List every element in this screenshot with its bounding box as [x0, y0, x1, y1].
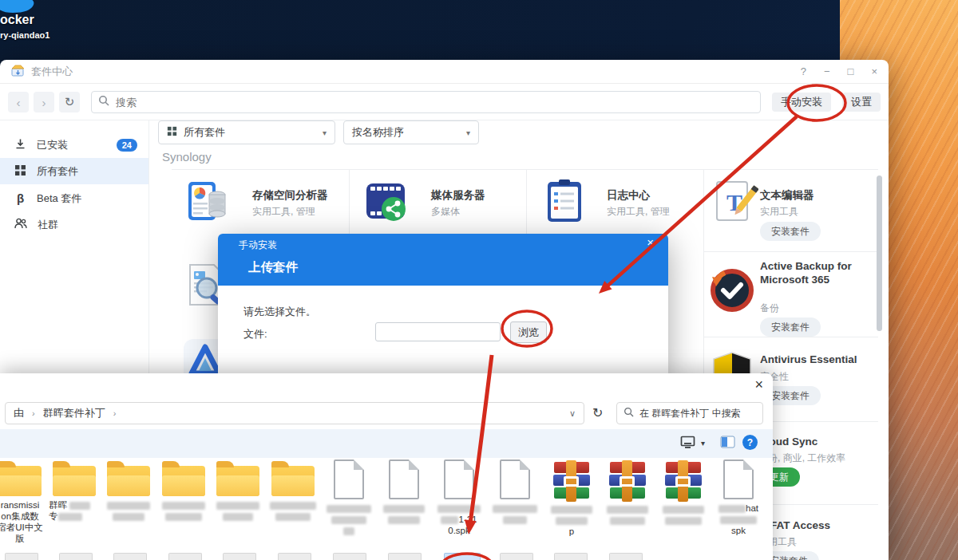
preview-pane-icon[interactable] — [720, 436, 735, 452]
file-item[interactable] — [5, 553, 38, 560]
package-title[interactable]: Active Backup for Microsoft 365 — [760, 259, 878, 286]
document-icon — [723, 459, 754, 499]
sidebar-item-installed[interactable]: 已安装 24 — [0, 132, 148, 158]
breadcrumb-folder[interactable]: 群晖套件补丁 — [43, 406, 105, 420]
file-item[interactable] — [374, 458, 434, 525]
package-title[interactable]: Antivirus Essential — [760, 353, 888, 366]
forward-button[interactable]: › — [34, 92, 54, 112]
dialog-header: 手动安装 × 上传套件 — [218, 234, 668, 286]
settings-button[interactable]: 设置 — [842, 93, 881, 112]
refresh-button[interactable]: ↻ — [59, 92, 80, 112]
file-field-label: 文件: — [243, 327, 267, 341]
sidebar-item-beta[interactable]: β Beta 套件 — [0, 185, 148, 211]
breadcrumb-root[interactable]: 由 — [14, 406, 24, 420]
file-item[interactable] — [278, 553, 311, 560]
package-category: 实用工具, 管理 — [607, 205, 670, 219]
category-dropdown-value: 所有套件 — [184, 125, 225, 140]
archive-item[interactable] — [597, 459, 658, 526]
folder-item[interactable] — [153, 459, 214, 522]
active-backup-icon[interactable] — [707, 266, 755, 317]
explorer-search-box[interactable]: 在 群晖套件补丁 中搜索 — [616, 402, 763, 424]
view-mode-icon[interactable] — [680, 436, 695, 453]
chevron-right-icon: › — [32, 408, 35, 418]
scrollbar-thumb[interactable] — [877, 175, 882, 331]
file-item[interactable] — [554, 553, 588, 560]
archive-item[interactable]: p — [541, 459, 602, 537]
file-item[interactable] — [59, 553, 93, 560]
package-title[interactable]: 媒体服务器 — [431, 188, 549, 202]
media-server-icon[interactable] — [363, 177, 411, 228]
folder-icon — [0, 466, 42, 496]
explorer-refresh-icon[interactable]: ↻ — [592, 405, 603, 420]
help-icon[interactable]: ? — [742, 435, 758, 450]
desktop-shortcut-qiandao-label[interactable]: ry-qiandao1 — [0, 30, 49, 40]
folder-item[interactable] — [208, 459, 268, 522]
file-item[interactable] — [609, 553, 643, 560]
file-item[interactable] — [500, 553, 533, 560]
sort-dropdown-value: 按名称排序 — [352, 125, 404, 140]
dialog-close-icon[interactable]: × — [647, 235, 654, 249]
address-bar[interactable]: 由 › 群晖套件补丁 › ∨ — [5, 402, 584, 424]
file-item[interactable] — [113, 553, 147, 560]
archive-item[interactable] — [653, 459, 714, 526]
folder-item[interactable]: ransmissi on集成数 宿者UI中文 版 — [0, 459, 50, 544]
package-center-toolbar: ‹ › ↻ 手动安装 设置 — [0, 85, 889, 120]
divider — [703, 251, 878, 252]
folder-item[interactable]: 群晖 专 — [44, 459, 105, 522]
desktop-shortcut-docker-label[interactable]: ocker — [0, 13, 34, 27]
dialog-step-heading: 上传套件 — [248, 259, 298, 276]
package-title[interactable]: 存储空间分析器 — [252, 188, 370, 202]
spk-file-name: spk — [731, 526, 746, 535]
folder-icon — [271, 466, 315, 496]
file-item[interactable] — [168, 553, 202, 560]
grid-icon — [14, 164, 26, 179]
sidebar-item-all-packages[interactable]: 所有套件 — [0, 158, 148, 184]
package-category: 多媒体 — [431, 205, 460, 219]
dialog-instruction: 请先选择文件。 — [243, 305, 316, 319]
package-title[interactable]: 文本编辑器 — [760, 188, 878, 202]
manual-install-button[interactable]: 手动安装 — [772, 93, 831, 112]
maximize-button[interactable]: □ — [848, 65, 854, 77]
explorer-file-area: ransmissi on集成数 宿者UI中文 版 群晖 专 — [0, 458, 773, 560]
file-item[interactable] — [223, 553, 256, 560]
sidebar-item-community[interactable]: 社群 — [0, 211, 148, 238]
address-dropdown-icon[interactable]: ∨ — [569, 408, 576, 419]
file-item-selected[interactable] — [444, 553, 481, 560]
file-item[interactable] — [388, 553, 422, 560]
install-button[interactable]: 安装套件 — [760, 222, 821, 241]
storage-analyzer-icon[interactable] — [182, 177, 230, 228]
spk-file-name: 0.spk — [448, 526, 470, 535]
file-item[interactable] — [333, 553, 366, 560]
file-path-input[interactable] — [375, 322, 501, 341]
package-search-input[interactable] — [114, 96, 754, 109]
category-dropdown[interactable]: 所有套件 ▾ — [158, 120, 335, 144]
package-category: 备份, 商业, 工作效率 — [758, 452, 886, 465]
minimize-button[interactable]: − — [824, 65, 830, 77]
document-icon — [444, 459, 474, 499]
log-center-icon[interactable] — [541, 177, 588, 228]
file-item-spk[interactable]: 1-21 0.spk — [429, 458, 489, 536]
folder-item[interactable] — [263, 459, 323, 522]
beta-icon: β — [14, 191, 26, 205]
sort-dropdown[interactable]: 按名称排序 ▾ — [343, 120, 479, 144]
file-item[interactable] — [485, 458, 545, 525]
package-title[interactable]: exFAT Access — [758, 519, 877, 532]
package-search-box[interactable] — [91, 91, 761, 113]
folder-item[interactable] — [98, 459, 159, 522]
text-editor-icon[interactable]: T — [711, 177, 758, 228]
people-icon — [14, 218, 27, 231]
install-button[interactable]: 安装套件 — [760, 317, 821, 337]
file-item-spk[interactable]: hat spk — [708, 458, 769, 536]
close-button[interactable]: × — [871, 65, 877, 77]
package-title[interactable]: 日志中心 — [607, 188, 725, 202]
dialog-title: 手动安装 — [239, 239, 277, 252]
browse-button[interactable]: 浏览 — [510, 321, 547, 343]
package-title[interactable]: Cloud Sync — [758, 435, 877, 448]
back-button[interactable]: ‹ — [8, 92, 29, 112]
explorer-close-icon[interactable]: × — [754, 377, 763, 393]
file-item[interactable] — [319, 458, 379, 536]
chevron-right-icon: › — [113, 408, 117, 418]
chevron-down-icon[interactable]: ▾ — [701, 439, 705, 448]
help-button[interactable]: ? — [801, 65, 806, 77]
folder-icon — [107, 466, 150, 496]
